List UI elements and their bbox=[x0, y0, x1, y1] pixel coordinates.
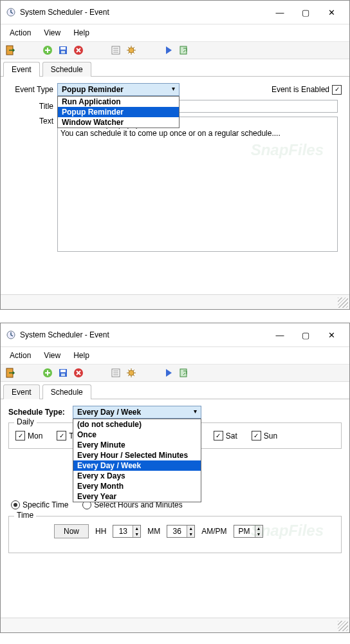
menu-help[interactable]: Help bbox=[68, 27, 95, 39]
schedule-type-option[interactable]: Every Month bbox=[73, 481, 201, 491]
day-sun[interactable]: ✓Sun bbox=[252, 431, 277, 440]
schedule-type-option[interactable]: (do not schedule) bbox=[73, 419, 201, 430]
event-type-value[interactable]: Popup Reminder bbox=[57, 83, 180, 96]
schedule-type-option[interactable]: Once bbox=[73, 430, 201, 440]
text-label: Text bbox=[8, 117, 57, 126]
menu-help[interactable]: Help bbox=[68, 350, 95, 361]
hh-down[interactable]: ▼ bbox=[133, 531, 140, 537]
resize-grip[interactable] bbox=[338, 298, 348, 308]
list-icon[interactable] bbox=[110, 44, 122, 56]
settings-icon[interactable] bbox=[125, 367, 137, 379]
tab-event[interactable]: Event bbox=[3, 62, 40, 77]
statusbar bbox=[1, 294, 349, 309]
mm-input[interactable] bbox=[167, 526, 187, 537]
event-content: Event Type Popup Reminder Run Applicatio… bbox=[1, 77, 349, 294]
ampm-spinner[interactable]: ▲▼ bbox=[234, 525, 263, 538]
hh-input[interactable] bbox=[113, 526, 133, 537]
close-button[interactable]: ✕ bbox=[318, 327, 344, 343]
tab-schedule[interactable]: Schedule bbox=[42, 384, 91, 399]
event-enabled-field[interactable]: Event is Enabled ✓ bbox=[272, 85, 342, 95]
event-type-dropdown: Run Application Popup Reminder Window Wa… bbox=[57, 96, 180, 128]
schedule-type-option[interactable]: Every Day / Week bbox=[73, 460, 201, 471]
text-textarea[interactable]: This is a sample popup reminder! You can… bbox=[57, 117, 338, 252]
exit-icon[interactable] bbox=[5, 367, 16, 379]
mm-down[interactable]: ▼ bbox=[187, 531, 194, 537]
play-icon[interactable] bbox=[163, 367, 174, 379]
svg-point-8 bbox=[129, 48, 134, 53]
menu-view[interactable]: View bbox=[39, 27, 66, 39]
event-enabled-checkbox[interactable]: ✓ bbox=[332, 85, 342, 95]
schedule-type-option[interactable]: Every Hour / Selected Minutes bbox=[73, 450, 201, 460]
day-sun-checkbox[interactable]: ✓ bbox=[252, 431, 261, 440]
menu-action[interactable]: Action bbox=[5, 350, 36, 361]
daily-legend: Daily bbox=[14, 417, 37, 426]
ampm-input[interactable] bbox=[234, 526, 255, 537]
exit-icon[interactable] bbox=[5, 44, 16, 56]
delete-icon[interactable] bbox=[73, 367, 84, 379]
ampm-up[interactable]: ▲ bbox=[255, 526, 262, 531]
add-icon[interactable] bbox=[42, 367, 53, 379]
menubar: Action View Help bbox=[1, 24, 349, 41]
hh-spinner[interactable]: ▲▼ bbox=[113, 525, 141, 538]
svg-rect-15 bbox=[61, 374, 65, 376]
day-sun-label: Sun bbox=[264, 431, 277, 440]
now-button[interactable]: Now bbox=[54, 524, 89, 538]
settings-icon[interactable] bbox=[125, 44, 137, 56]
time-legend: Time bbox=[14, 511, 36, 520]
save-icon[interactable] bbox=[57, 44, 69, 56]
play-icon[interactable] bbox=[163, 44, 174, 56]
ampm-label: AM/PM bbox=[201, 527, 226, 536]
event-type-label: Event Type bbox=[8, 85, 57, 94]
hh-up[interactable]: ▲ bbox=[133, 526, 140, 531]
day-sat-checkbox[interactable]: ✓ bbox=[214, 431, 223, 440]
ampm-down[interactable]: ▼ bbox=[255, 531, 262, 537]
event-type-option[interactable]: Popup Reminder bbox=[58, 107, 179, 117]
tabstrip: Event Schedule bbox=[1, 382, 349, 399]
list-icon[interactable] bbox=[110, 367, 122, 379]
export-icon[interactable] bbox=[178, 44, 190, 56]
tabstrip: Event Schedule bbox=[1, 59, 349, 77]
schedule-type-value[interactable]: Every Day / Week bbox=[73, 406, 201, 419]
event-type-option[interactable]: Window Watcher bbox=[58, 117, 179, 128]
tab-schedule[interactable]: Schedule bbox=[42, 62, 91, 77]
day-mon-label: Mon bbox=[28, 431, 42, 440]
export-icon[interactable] bbox=[178, 367, 190, 379]
menubar: Action View Help bbox=[1, 347, 349, 364]
svg-rect-19 bbox=[180, 369, 187, 377]
maximize-button[interactable]: ▢ bbox=[293, 5, 318, 20]
day-sat-label: Sat bbox=[226, 431, 237, 440]
toolbar bbox=[1, 41, 349, 59]
add-icon[interactable] bbox=[42, 44, 53, 56]
schedule-type-option[interactable]: Every Minute bbox=[73, 440, 201, 450]
svg-rect-5 bbox=[61, 51, 65, 53]
statusbar bbox=[1, 618, 349, 632]
specific-time-radio-row[interactable]: Specific Time bbox=[11, 500, 68, 509]
tab-event[interactable]: Event bbox=[3, 384, 40, 399]
mm-up[interactable]: ▲ bbox=[187, 526, 194, 531]
close-button[interactable]: ✕ bbox=[318, 5, 344, 20]
event-enabled-label: Event is Enabled bbox=[272, 85, 329, 94]
mm-spinner[interactable]: ▲▼ bbox=[167, 525, 195, 538]
event-type-option[interactable]: Run Application bbox=[58, 97, 179, 107]
schedule-content: Schedule Type: Every Day / Week (do not … bbox=[1, 399, 349, 618]
day-sat[interactable]: ✓Sat bbox=[214, 431, 237, 440]
day-mon[interactable]: ✓Mon bbox=[15, 431, 42, 440]
specific-time-radio[interactable] bbox=[11, 500, 20, 509]
maximize-button[interactable]: ▢ bbox=[293, 327, 318, 343]
menu-action[interactable]: Action bbox=[5, 27, 36, 39]
save-icon[interactable] bbox=[57, 367, 69, 379]
window-title: System Scheduler - Event bbox=[20, 8, 267, 17]
schedule-type-option[interactable]: Every x Days bbox=[73, 471, 201, 481]
resize-grip[interactable] bbox=[338, 621, 348, 631]
minimize-button[interactable]: — bbox=[267, 5, 293, 20]
day-tue-checkbox[interactable]: ✓ bbox=[57, 431, 66, 440]
schedule-type-combo[interactable]: Every Day / Week (do not schedule) Once … bbox=[73, 406, 201, 419]
menu-view[interactable]: View bbox=[39, 350, 66, 361]
schedule-type-option[interactable]: Every Year bbox=[73, 491, 201, 502]
delete-icon[interactable] bbox=[73, 44, 84, 56]
event-type-combo[interactable]: Popup Reminder Run Application Popup Rem… bbox=[57, 83, 180, 96]
svg-rect-9 bbox=[180, 46, 187, 54]
minimize-button[interactable]: — bbox=[267, 327, 293, 343]
day-mon-checkbox[interactable]: ✓ bbox=[15, 431, 25, 440]
toolbar bbox=[1, 364, 349, 382]
